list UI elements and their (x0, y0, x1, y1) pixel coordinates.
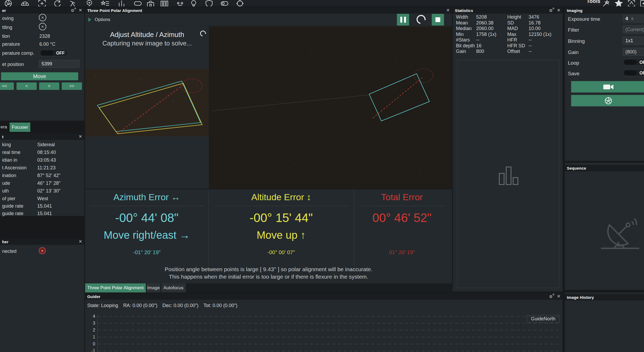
mount-ra-guide-rate-value: 15.041 (37, 203, 52, 209)
y-tick: 0 (88, 342, 95, 346)
flat-panel-icon[interactable] (134, 2, 141, 5)
pause-button[interactable] (397, 14, 409, 26)
exposure-time-input[interactable]: 4 s (623, 15, 644, 23)
toggle-knob (624, 70, 637, 75)
stat-value: -- (476, 37, 479, 43)
stat-label: Median (456, 26, 472, 31)
azimuth-error-header: Azimuth Error ↔ (85, 192, 209, 202)
toolbar-icons (0, 0, 362, 6)
guider-icon[interactable] (87, 0, 92, 6)
gain-input[interactable]: (800) (623, 48, 644, 56)
guider-close-icon[interactable]: ✕ (557, 294, 560, 299)
shield-icon[interactable] (206, 0, 212, 6)
mini-window-icon[interactable] (641, 1, 644, 6)
focuser-moving-x-icon: ✕ (39, 14, 46, 21)
observatory-icon[interactable] (147, 1, 154, 6)
options-expander-icon[interactable] (88, 18, 91, 22)
focuser-close-icon[interactable]: ✕ (79, 8, 82, 12)
frame-corners-icon[interactable] (628, 1, 635, 6)
focuser-settling-x-icon: ✕ (39, 23, 46, 30)
satellite-dish-icon (599, 213, 641, 250)
stop-button[interactable] (432, 14, 444, 26)
camera-icon[interactable] (5, 0, 11, 6)
mount-tracking-value: Sidereal (37, 142, 55, 148)
statistics-icon[interactable] (119, 1, 124, 6)
guide-graph[interactable] (97, 312, 560, 352)
focuser-panel-title: er (2, 8, 6, 13)
star-icon[interactable] (615, 0, 622, 6)
altitude-error-column: Altitude Error ↕ -00° 15' 44" Move up ↑ … (209, 189, 354, 266)
weather-panel-title: her (2, 240, 9, 244)
loop-toggle[interactable]: OFF (623, 58, 644, 66)
bulb-icon[interactable] (192, 1, 196, 6)
loop-label: Loop (568, 60, 579, 66)
snapshot-button[interactable] (571, 95, 644, 106)
focuser-settings-icon[interactable]: ⚙ (71, 9, 74, 12)
separator (90, 206, 204, 206)
focuser-step-out-large-button[interactable]: << (0, 82, 14, 90)
focuser-step-in-large-button[interactable]: >> (62, 82, 82, 90)
tab-camera[interactable]: era (1, 124, 7, 130)
weather-disconnected-icon: ✕ (39, 247, 46, 254)
focuser-position-value: 2328 (39, 33, 50, 39)
guiding-stats-icon[interactable] (177, 2, 183, 5)
tppa-panel-title: Three Point Polar Alignment (87, 8, 142, 13)
tab-label: Image (147, 285, 160, 291)
options-label[interactable]: Options (95, 17, 110, 22)
histogram-icon[interactable] (161, 1, 168, 6)
azimuth-initial-error: -01° 20' 19" (85, 249, 209, 255)
statistics-close-icon[interactable]: ✕ (557, 8, 560, 12)
telescope-icon[interactable] (70, 1, 75, 6)
focus-icon[interactable] (236, 0, 244, 6)
separator (213, 206, 349, 206)
polar-alignment-icon[interactable] (101, 1, 109, 5)
stat-label: Height (507, 14, 521, 20)
exposure-time-unit: s (631, 16, 633, 21)
dome-icon[interactable] (22, 2, 28, 5)
mount-close-icon[interactable]: ✕ (79, 135, 82, 139)
start-exposure-button[interactable] (571, 81, 644, 93)
focuser-move-button[interactable]: Move (1, 72, 78, 80)
statistics-panel: Statistics ⚙ ✕ Width 5208 Height 3476 Me… (453, 7, 563, 291)
stat-label: Mean (456, 20, 468, 26)
weather-panel: her ✕ nected ✕ (0, 238, 84, 352)
focuser-target-position-value: 5399 (41, 61, 52, 67)
focuser-step-out-button[interactable]: < (16, 82, 37, 90)
statistics-settings-icon[interactable]: ⚙ (549, 9, 552, 12)
mount-ra-label: t Ascension (2, 165, 27, 171)
tab-three-point-polar-alignment[interactable]: Three Point Polar Alignment (85, 283, 146, 292)
toggle-knob (41, 51, 53, 55)
tab-image[interactable]: Image (147, 283, 160, 292)
stat-value: 800 (476, 49, 484, 54)
weather-connected-label: nected (2, 249, 16, 254)
wand-icon[interactable] (603, 1, 609, 6)
weather-close-icon[interactable]: ✕ (79, 240, 82, 244)
tab-autofocus[interactable]: Autofocus (161, 283, 186, 292)
rotator-icon[interactable] (55, 0, 60, 6)
save-value: OFF (639, 71, 644, 76)
nina-main-window: Tools er ⚙ ✕ oving ✕ ttling ✕ tion (0, 0, 644, 352)
focuser-target-position-input[interactable]: 5399 (39, 60, 79, 68)
guider-state: State: Looping (87, 303, 118, 308)
binning-label: Binning (568, 38, 585, 44)
legend-guidenorth: GuideNorth (531, 316, 555, 322)
mount-azimuth-value: 02° 13' 30" (37, 188, 60, 194)
guider-tot: Tot: 0.00 (0.00") (203, 303, 237, 308)
tab-focuser[interactable]: Focuser (10, 123, 30, 132)
mount-meridian-value: 03:05:43 (37, 157, 56, 163)
stat-value: -- (529, 37, 532, 43)
focuser-step-in-button[interactable]: > (39, 82, 59, 90)
framing-icon[interactable] (39, 1, 45, 6)
filter-select[interactable]: (Current) (623, 26, 644, 33)
guide-graph-legend: GuideNorth (527, 315, 560, 322)
pause-icon-bar (404, 17, 406, 23)
stat-value: 2060.38 (476, 20, 493, 26)
save-toggle[interactable]: OFF (623, 69, 644, 77)
focuser-temp-comp-toggle[interactable]: OFF (39, 49, 69, 57)
tppa-close-icon[interactable]: ✕ (446, 8, 450, 12)
guider-settings-icon[interactable]: ⚙ (549, 295, 552, 299)
total-error-header: Total Error (354, 192, 450, 202)
binning-select[interactable]: 1x1 (623, 37, 644, 45)
guider-dec: Dec: 0.00 (0.00") (163, 303, 198, 308)
switch-icon[interactable] (221, 2, 228, 5)
